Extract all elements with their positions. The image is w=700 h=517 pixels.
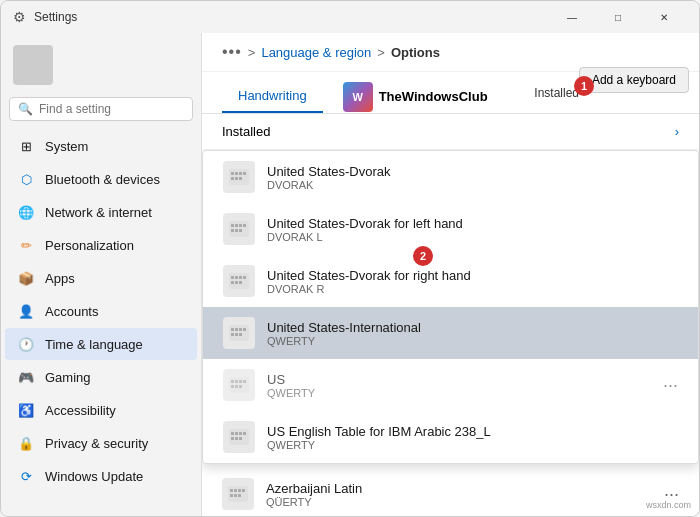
kb-info-us: US QWERTY <box>267 372 651 399</box>
minimize-button[interactable]: — <box>549 1 595 33</box>
svg-rect-22 <box>235 281 238 284</box>
watermark: wsxdn.com <box>643 499 694 511</box>
search-icon: 🔍 <box>18 102 33 116</box>
svg-rect-55 <box>238 494 241 497</box>
breadcrumb-dots: ••• <box>222 43 242 61</box>
sidebar-item-accessibility[interactable]: ♿ Accessibility <box>5 394 197 426</box>
kb-more-us[interactable]: ··· <box>663 375 678 396</box>
svg-rect-10 <box>235 224 238 227</box>
svg-rect-42 <box>235 432 238 435</box>
sidebar-item-network[interactable]: 🌐 Network & internet <box>5 196 197 228</box>
installed-arrow[interactable]: › <box>675 124 679 139</box>
svg-rect-53 <box>230 494 233 497</box>
svg-rect-5 <box>231 177 234 180</box>
svg-rect-17 <box>231 276 234 279</box>
tab-handwriting[interactable]: Handwriting <box>222 80 323 113</box>
kb-info-ibm: US English Table for IBM Arabic 238_L QW… <box>267 424 678 451</box>
kb-sub-dvorak: DVORAK <box>267 179 678 191</box>
sidebar-item-gaming[interactable]: 🎮 Gaming <box>5 361 197 393</box>
badge-1: 1 <box>574 76 594 96</box>
kb-name-azerbaijani: Azerbaijani Latin <box>266 481 652 496</box>
svg-rect-14 <box>235 229 238 232</box>
svg-rect-41 <box>231 432 234 435</box>
gaming-icon: 🎮 <box>17 368 35 386</box>
svg-rect-3 <box>239 172 242 175</box>
breadcrumb-sep2: > <box>377 45 385 60</box>
titlebar-left: ⚙ Settings <box>13 9 77 25</box>
sidebar-item-label-apps: Apps <box>45 271 75 286</box>
keyboard-scroll-area[interactable]: 2 United States-Dvorak DVORAK <box>202 150 699 516</box>
kb-sub-dvorak-right: DVORAK R <box>267 283 678 295</box>
main-panel: ••• > Language & region > Options Handwr… <box>201 33 699 516</box>
sidebar-item-label-time: Time & language <box>45 337 143 352</box>
sidebar-item-accounts[interactable]: 👤 Accounts <box>5 295 197 327</box>
sidebar-item-system[interactable]: ⊞ System <box>5 130 197 162</box>
sidebar-item-label-personalization: Personalization <box>45 238 134 253</box>
svg-rect-38 <box>235 385 238 388</box>
sidebar-item-label-accounts: Accounts <box>45 304 98 319</box>
sidebar-item-bluetooth[interactable]: ⬡ Bluetooth & devices <box>5 163 197 195</box>
keyboard-item-dvorak-left[interactable]: United States-Dvorak for left hand DVORA… <box>203 203 698 255</box>
sidebar-item-apps[interactable]: 📦 Apps <box>5 262 197 294</box>
sidebar-item-privacy[interactable]: 🔒 Privacy & security <box>5 427 197 459</box>
kb-sub-ibm: QWERTY <box>267 439 678 451</box>
svg-rect-46 <box>235 437 238 440</box>
header-tabs: Handwriting W TheWindowsClub Installed A… <box>202 72 699 114</box>
sidebar-item-personalization[interactable]: ✏ Personalization <box>5 229 197 261</box>
svg-rect-37 <box>231 385 234 388</box>
kb-name-dvorak-right: United States-Dvorak for right hand <box>267 268 678 283</box>
settings-icon: ⚙ <box>13 9 26 25</box>
svg-rect-11 <box>239 224 242 227</box>
svg-rect-6 <box>235 177 238 180</box>
privacy-icon: 🔒 <box>17 434 35 452</box>
keyboard-item-dvorak[interactable]: United States-Dvorak DVORAK <box>203 151 698 203</box>
svg-rect-2 <box>235 172 238 175</box>
add-keyboard-button[interactable]: Add a keyboard <box>579 67 689 93</box>
installed-row[interactable]: Installed › <box>202 114 699 150</box>
svg-rect-45 <box>231 437 234 440</box>
keyboard-item-us-intl[interactable]: United States-International QWERTY <box>203 307 698 359</box>
installed-text: Installed <box>222 124 270 139</box>
keyboard-item-azerbaijani[interactable]: Azerbaijani Latin QÜERTY ··· <box>202 468 699 516</box>
kb-sub-us-intl: QWERTY <box>267 335 678 347</box>
kb-icon-dvorak <box>223 161 255 193</box>
svg-rect-52 <box>242 489 245 492</box>
maximize-button[interactable]: □ <box>595 1 641 33</box>
svg-rect-12 <box>243 224 246 227</box>
svg-rect-20 <box>243 276 246 279</box>
settings-window: ⚙ Settings — □ ✕ 🔍 ⊞ System <box>0 0 700 517</box>
search-box[interactable]: 🔍 <box>9 97 193 121</box>
keyboard-item-dvorak-right[interactable]: United States-Dvorak for right hand DVOR… <box>203 255 698 307</box>
svg-rect-34 <box>235 380 238 383</box>
svg-rect-19 <box>239 276 242 279</box>
window-controls: — □ ✕ <box>549 1 687 33</box>
close-button[interactable]: ✕ <box>641 1 687 33</box>
sidebar-item-update[interactable]: ⟳ Windows Update <box>5 460 197 492</box>
sidebar-item-label-bluetooth: Bluetooth & devices <box>45 172 160 187</box>
window-title: Settings <box>34 10 77 24</box>
breadcrumb-link[interactable]: Language & region <box>261 45 371 60</box>
svg-rect-30 <box>235 333 238 336</box>
user-profile-area[interactable] <box>1 41 201 93</box>
kb-info-dvorak-left: United States-Dvorak for left hand DVORA… <box>267 216 678 243</box>
kb-info-us-intl: United States-International QWERTY <box>267 320 678 347</box>
svg-rect-28 <box>243 328 246 331</box>
system-icon: ⊞ <box>17 137 35 155</box>
kb-sub-us: QWERTY <box>267 387 651 399</box>
svg-rect-43 <box>239 432 242 435</box>
bluetooth-icon: ⬡ <box>17 170 35 188</box>
svg-rect-31 <box>239 333 242 336</box>
svg-rect-15 <box>239 229 242 232</box>
kb-icon-ibm <box>223 421 255 453</box>
keyboard-item-us[interactable]: US QWERTY ··· <box>203 359 698 411</box>
sidebar-item-time[interactable]: 🕐 Time & language <box>5 328 197 360</box>
svg-rect-49 <box>230 489 233 492</box>
kb-info-dvorak-right: United States-Dvorak for right hand DVOR… <box>267 268 678 295</box>
svg-rect-33 <box>231 380 234 383</box>
svg-rect-7 <box>239 177 242 180</box>
keyboard-item-ibm[interactable]: US English Table for IBM Arabic 238_L QW… <box>203 411 698 463</box>
kb-name-ibm: US English Table for IBM Arabic 238_L <box>267 424 678 439</box>
svg-rect-4 <box>243 172 246 175</box>
search-input[interactable] <box>39 102 189 116</box>
keyboard-dropdown: 2 United States-Dvorak DVORAK <box>202 150 699 464</box>
